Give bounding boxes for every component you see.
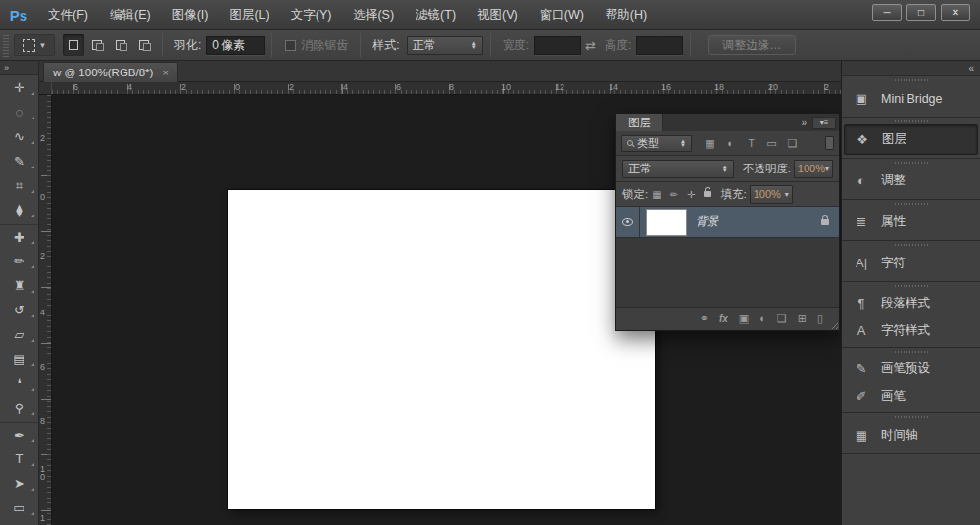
opacity-dropdown[interactable]: 100% ▾ — [794, 160, 833, 178]
blur-tool[interactable]: ❛ — [0, 371, 38, 396]
menu-window[interactable]: 窗口(W) — [529, 0, 595, 29]
menu-file[interactable]: 文件(F) — [37, 0, 99, 29]
healing-brush-tool[interactable]: ✚ — [0, 224, 38, 249]
window-close-button[interactable]: ✕ — [941, 4, 970, 21]
add-layer-mask-icon[interactable]: ▣ — [739, 313, 749, 324]
move-tool[interactable]: ✛ — [0, 75, 38, 100]
menu-help[interactable]: 帮助(H) — [595, 0, 658, 29]
filter-type-dropdown[interactable]: 类型 — [621, 135, 692, 152]
document-tab[interactable]: w @ 100%(RGB/8*) × — [43, 62, 178, 82]
menu-view[interactable]: 视图(V) — [466, 0, 529, 29]
window-minimize-button[interactable]: ─ — [872, 4, 902, 21]
lock-row: 锁定: ▦✏✛ 填充: 100% ▾ — [616, 182, 839, 207]
style-dropdown[interactable]: 正常 — [407, 36, 483, 55]
eyedropper-tool[interactable]: ⧫ — [0, 198, 38, 222]
path-selection-tool[interactable]: ➤ — [0, 471, 38, 496]
dock-item-brush-presets[interactable]: ✎画笔预设 — [842, 355, 980, 382]
pen-tool[interactable]: ✒ — [0, 422, 38, 447]
filter-adjustment-layers-icon[interactable]: ◐ — [720, 137, 741, 150]
eraser-tool[interactable]: ▱ — [0, 322, 38, 347]
dock-item-layers[interactable]: ❖图层 — [844, 124, 978, 155]
dodge-tool[interactable]: ⚲ — [0, 396, 38, 420]
menu-select[interactable]: 选择(S) — [342, 0, 405, 29]
drag-grip[interactable] — [895, 203, 928, 205]
height-input[interactable] — [636, 36, 683, 55]
width-input[interactable] — [534, 36, 581, 55]
lock-transparent-pixels-icon[interactable]: ▦ — [652, 189, 661, 200]
menu-image[interactable]: 图像(I) — [162, 0, 220, 29]
drag-grip[interactable] — [895, 416, 928, 418]
crop-tool[interactable]: ⌗ — [0, 173, 38, 198]
toolbox-expand-button[interactable]: » — [0, 61, 38, 75]
blend-mode-dropdown[interactable]: 正常 — [622, 160, 734, 178]
ruler-origin-box[interactable] — [39, 82, 52, 95]
history-brush-tool[interactable]: ↺ — [0, 298, 38, 322]
brush-tool[interactable]: ✏ — [0, 249, 38, 273]
lock-position-icon[interactable]: ✛ — [687, 189, 695, 200]
options-bar-grip[interactable] — [3, 33, 9, 57]
intersect-with-selection-button[interactable] — [133, 34, 155, 56]
layer-row[interactable]: 背景 — [616, 207, 839, 238]
new-layer-icon[interactable]: ⊞ — [798, 313, 807, 324]
panel-resize-grip[interactable] — [829, 320, 838, 329]
dock-item-paragraph-styles[interactable]: ¶段落样式 — [842, 289, 980, 316]
drag-grip[interactable] — [895, 162, 928, 164]
subtract-from-selection-button[interactable] — [110, 34, 131, 56]
type-tool[interactable]: T — [0, 447, 38, 471]
layers-panel-tab[interactable]: 图层 — [616, 114, 663, 131]
drag-grip[interactable] — [895, 351, 928, 353]
drag-grip[interactable] — [895, 120, 928, 122]
antialias-checkbox[interactable] — [285, 40, 296, 51]
dock-item-properties[interactable]: ≣属性 — [842, 207, 980, 237]
tool-preset-picker[interactable]: ▼ — [14, 34, 55, 56]
new-adjustment-layer-icon[interactable]: ◐ — [760, 313, 766, 324]
panel-menu-icon[interactable]: ▾≡ — [812, 117, 836, 129]
add-to-selection-button[interactable] — [86, 34, 108, 56]
filter-type-layers-icon[interactable]: T — [741, 137, 761, 150]
filter-pixel-layers-icon[interactable]: ▦ — [700, 137, 720, 150]
collapse-to-icons-button[interactable]: » — [795, 118, 812, 128]
link-layers-icon[interactable]: ⚭ — [700, 313, 709, 324]
dock-item-mini-bridge[interactable]: ▣Mini Bridge — [842, 83, 980, 114]
swap-dimensions-icon[interactable]: ⇄ — [585, 38, 596, 53]
drag-grip[interactable] — [895, 285, 928, 287]
vertical-ruler[interactable]: 2024681 01 — [39, 95, 52, 525]
dock-item-timeline[interactable]: ▦时间轴 — [842, 420, 980, 451]
filter-shape-layers-icon[interactable]: ▭ — [761, 137, 782, 150]
menu-type[interactable]: 文字(Y) — [280, 0, 343, 29]
shape-tool[interactable]: ▭ — [0, 496, 38, 520]
document-canvas[interactable] — [228, 190, 655, 509]
menu-edit[interactable]: 编辑(E) — [99, 0, 162, 29]
horizontal-ruler[interactable]: 642024681012141618202 — [52, 82, 841, 95]
clone-stamp-tool[interactable]: ♜ — [0, 273, 38, 298]
dock-collapse-button[interactable]: « — [968, 63, 974, 73]
lock-all-icon[interactable] — [704, 191, 711, 197]
menu-layer[interactable]: 图层(L) — [219, 0, 279, 29]
filter-smart-objects-icon[interactable]: ❏ — [782, 137, 803, 150]
new-group-icon[interactable]: ❏ — [777, 313, 787, 324]
lock-image-pixels-icon[interactable]: ✏ — [670, 189, 678, 200]
dock-item-character[interactable]: A|字符 — [842, 248, 980, 278]
refine-edge-button[interactable]: 调整边缘… — [708, 35, 796, 55]
close-icon[interactable]: × — [162, 67, 168, 78]
layer-filter-toggle[interactable] — [825, 136, 834, 150]
fill-dropdown[interactable]: 100% ▾ — [750, 185, 793, 204]
layer-style-icon[interactable]: fx — [719, 314, 728, 324]
drag-grip[interactable] — [895, 79, 928, 81]
window-maximize-button[interactable]: □ — [906, 4, 936, 21]
menu-filter[interactable]: 滤镜(T) — [405, 0, 466, 29]
gradient-tool[interactable]: ▤ — [0, 347, 38, 371]
quick-selection-tool[interactable]: ✎ — [0, 149, 38, 173]
drag-grip[interactable] — [895, 244, 928, 246]
layer-visibility-toggle[interactable] — [616, 207, 640, 237]
feather-input[interactable] — [206, 36, 265, 55]
marquee-tool[interactable]: ◌ — [0, 100, 38, 124]
dock-item-brush[interactable]: ✐画笔 — [842, 382, 980, 409]
new-selection-button[interactable] — [63, 34, 84, 56]
eraser-tool-icon: ▱ — [15, 327, 24, 342]
lasso-tool[interactable]: ∿ — [0, 124, 38, 149]
dock-item-adjustments[interactable]: ◐调整 — [842, 166, 980, 196]
layer-thumbnail[interactable] — [647, 210, 686, 235]
dock-item-character-styles[interactable]: A字符样式 — [842, 316, 980, 344]
delete-layer-icon[interactable]: ▯ — [817, 313, 823, 324]
